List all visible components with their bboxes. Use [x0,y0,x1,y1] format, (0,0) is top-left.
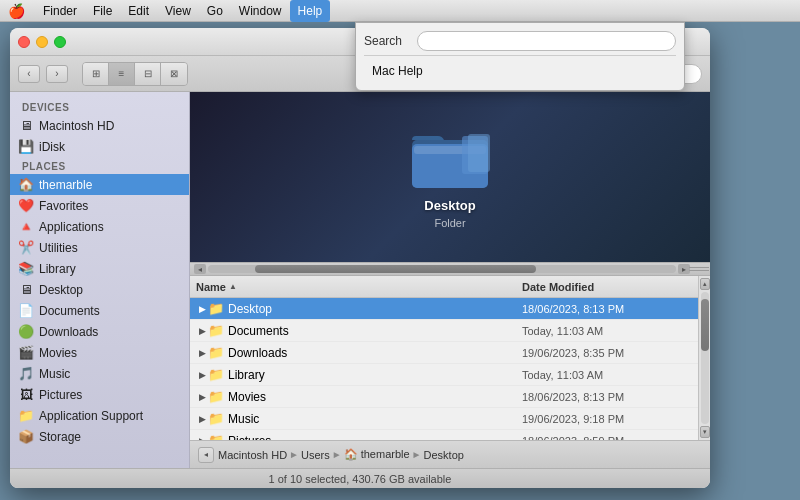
icon-view-button[interactable]: ⊞ [83,63,109,85]
desktop-label: Desktop [39,283,83,297]
file-row-movies[interactable]: ▶ 📁 Movies 18/06/2023, 8:13 PM [190,386,698,408]
file-list-outer: Name ▲ Date Modified ▶ 📁 Desktop 18/06/2… [190,276,710,440]
scroll-left-arrow[interactable]: ◂ [194,264,206,274]
sidebar-item-library[interactable]: 📚 Library [10,258,189,279]
file-list-header: Name ▲ Date Modified [190,276,698,298]
sidebar-item-storage[interactable]: 📦 Storage [10,426,189,447]
forward-button[interactable]: › [46,65,68,83]
expand-icon[interactable]: ▶ [196,414,208,424]
list-view-button[interactable]: ≡ [109,63,135,85]
folder-icon: 📁 [208,389,224,404]
file-name: Documents [228,324,522,338]
file-name: Downloads [228,346,522,360]
sidebar-item-pictures[interactable]: 🖼 Pictures [10,384,189,405]
file-row-pictures[interactable]: ▶ 📁 Pictures 18/06/2023, 8:59 PM [190,430,698,440]
view-buttons: ⊞ ≡ ⊟ ⊠ [82,62,188,86]
breadcrumb-desktop[interactable]: Desktop [424,449,464,461]
breadcrumb-sep-1: ► [289,449,299,460]
scroll-up-button[interactable]: ▴ [700,278,710,290]
help-search-row: Search [364,31,676,51]
file-list: Name ▲ Date Modified ▶ 📁 Desktop 18/06/2… [190,276,698,440]
menu-go[interactable]: Go [199,0,231,22]
sidebar-item-documents[interactable]: 📄 Documents [10,300,189,321]
scroll-down-button[interactable]: ▾ [700,426,710,438]
file-row-documents[interactable]: ▶ 📁 Documents Today, 11:03 AM [190,320,698,342]
pictures-label: Pictures [39,388,82,402]
mac-help-item[interactable]: Mac Help [364,60,676,82]
resize-handle[interactable] [692,264,706,274]
breadcrumb-users[interactable]: Users [301,449,330,461]
close-button[interactable] [18,36,30,48]
bottom-bar: ◂ Macintosh HD ► Users ► 🏠 themarble ► D… [190,440,710,468]
sidebar-item-music[interactable]: 🎵 Music [10,363,189,384]
expand-icon[interactable]: ▶ [196,326,208,336]
file-name: Desktop [228,302,522,316]
scroll-right-arrow[interactable]: ▸ [678,264,690,274]
sidebar-item-idisk[interactable]: 💾 iDisk [10,136,189,157]
file-date: 18/06/2023, 8:13 PM [522,303,692,315]
menu-view[interactable]: View [157,0,199,22]
sidebar-item-movies[interactable]: 🎬 Movies [10,342,189,363]
sidebar-item-downloads[interactable]: 🟢 Downloads [10,321,189,342]
column-name-header[interactable]: Name ▲ [196,281,522,293]
vertical-scrollbar[interactable]: ▴ ▾ [698,276,710,440]
library-label: Library [39,262,76,276]
desktop-icon: 🖥 [18,282,34,297]
folder-icon: 📁 [208,433,224,440]
sidebar-item-themarble[interactable]: 🏠 themarble [10,174,189,195]
vertical-scroll-thumb[interactable] [701,299,709,352]
content-area: Desktop Folder ◂ ▸ [190,92,710,468]
downloads-label: Downloads [39,325,98,339]
scroll-thumb[interactable] [255,265,536,273]
status-text: 1 of 10 selected, 430.76 GB available [269,473,452,485]
menu-file[interactable]: File [85,0,120,22]
pictures-icon: 🖼 [18,387,34,402]
idisk-icon: 💾 [18,139,34,154]
bottom-back-button[interactable]: ◂ [198,447,214,463]
horizontal-scrollbar[interactable]: ◂ ▸ [190,262,710,276]
file-row-library[interactable]: ▶ 📁 Library Today, 11:03 AM [190,364,698,386]
themarble-icon: 🏠 [18,177,34,192]
file-row-downloads[interactable]: ▶ 📁 Downloads 19/06/2023, 8:35 PM [190,342,698,364]
file-date: 19/06/2023, 9:18 PM [522,413,692,425]
file-row-desktop[interactable]: ▶ 📁 Desktop 18/06/2023, 8:13 PM [190,298,698,320]
folder-icon: 📁 [208,345,224,360]
column-view-button[interactable]: ⊟ [135,63,161,85]
menu-window[interactable]: Window [231,0,290,22]
coverflow-view-button[interactable]: ⊠ [161,63,187,85]
storage-label: Storage [39,430,81,444]
menu-edit[interactable]: Edit [120,0,157,22]
sidebar-item-desktop[interactable]: 🖥 Desktop [10,279,189,300]
expand-icon[interactable]: ▶ [196,304,208,314]
breadcrumb-themarble[interactable]: 🏠 themarble [344,448,410,461]
vertical-scroll-track[interactable] [701,292,709,424]
music-icon: 🎵 [18,366,34,381]
maximize-button[interactable] [54,36,66,48]
expand-icon[interactable]: ▶ [196,348,208,358]
apple-menu[interactable]: 🍎 [8,3,25,19]
file-row-music[interactable]: ▶ 📁 Music 19/06/2023, 9:18 PM [190,408,698,430]
file-date: 19/06/2023, 8:35 PM [522,347,692,359]
breadcrumb-macintosh[interactable]: Macintosh HD [218,449,287,461]
help-dropdown: Search Mac Help [355,22,685,91]
back-button[interactable]: ‹ [18,65,40,83]
minimize-button[interactable] [36,36,48,48]
folder-type: Folder [434,217,465,229]
menu-help[interactable]: Help [290,0,331,22]
main-area: DEVICES 🖥 Macintosh HD 💾 iDisk PLACES 🏠 … [10,92,710,468]
sidebar-item-macintosh-hd[interactable]: 🖥 Macintosh HD [10,115,189,136]
expand-icon[interactable]: ▶ [196,370,208,380]
favorites-icon: ❤️ [18,198,34,213]
search-label: Search [364,34,409,48]
expand-icon[interactable]: ▶ [196,392,208,402]
sidebar-item-applications[interactable]: 🔺 Applications [10,216,189,237]
scroll-track[interactable] [208,265,676,273]
sidebar-item-application-support[interactable]: 📁 Application Support [10,405,189,426]
help-search-input[interactable] [417,31,676,51]
column-date-header[interactable]: Date Modified [522,281,692,293]
sidebar-item-utilities[interactable]: ✂️ Utilities [10,237,189,258]
macintosh-hd-icon: 🖥 [18,118,34,133]
library-icon: 📚 [18,261,34,276]
sidebar-item-favorites[interactable]: ❤️ Favorites [10,195,189,216]
menu-finder[interactable]: Finder [35,0,85,22]
